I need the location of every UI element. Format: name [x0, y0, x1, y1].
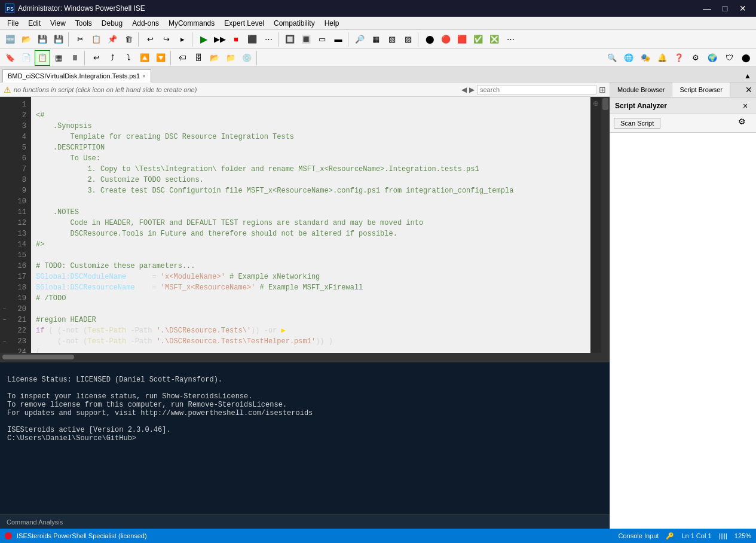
- scan-script-button[interactable]: Scan Script: [614, 118, 660, 129]
- tb-bp1[interactable]: ⬤: [422, 32, 437, 47]
- tab-module-browser[interactable]: Module Browser: [610, 83, 672, 97]
- tb2-5[interactable]: ⏸: [67, 50, 82, 66]
- right-panel-close[interactable]: ✕: [742, 83, 756, 97]
- scroll-thumb[interactable]: [2, 355, 74, 359]
- tb2-3[interactable]: 📋: [35, 50, 50, 66]
- tb2-2[interactable]: 📄: [19, 50, 34, 66]
- script-analyzer-close-button[interactable]: ×: [739, 101, 751, 111]
- tb2-8[interactable]: ⤵: [121, 50, 136, 66]
- tb-dbg3[interactable]: ▭: [314, 32, 330, 47]
- tb2-r8[interactable]: 🛡: [721, 50, 737, 66]
- settings-gear-icon[interactable]: ⚙: [738, 117, 752, 130]
- function-icon: ⚠: [4, 85, 11, 94]
- tb-open[interactable]: 📂: [19, 32, 34, 47]
- editor-options-btn[interactable]: ⊞: [599, 85, 606, 94]
- tb-save2[interactable]: 💾: [51, 32, 66, 47]
- tb2-6[interactable]: ↩: [88, 50, 104, 66]
- tb2-14[interactable]: 📁: [223, 50, 238, 66]
- menu-mycommands[interactable]: MyCommands: [164, 17, 219, 30]
- console-input-icon[interactable]: 🔑: [666, 532, 674, 540]
- tb-bp3[interactable]: 🟥: [454, 32, 470, 47]
- menu-file[interactable]: File: [2, 17, 23, 30]
- horizontal-scrollbar[interactable]: [0, 353, 610, 361]
- tb-bp4[interactable]: ✅: [470, 32, 486, 47]
- console-input-label[interactable]: Console Input: [619, 532, 659, 540]
- menu-tools[interactable]: Tools: [71, 17, 97, 30]
- tb-zoom[interactable]: 🔎: [352, 32, 368, 47]
- status-indicator: [5, 532, 12, 539]
- vertical-scrollbar[interactable]: [601, 97, 610, 353]
- minimize-button[interactable]: —: [699, 0, 715, 17]
- menu-expertlevel[interactable]: Expert Level: [219, 17, 269, 30]
- sep3: [192, 32, 194, 47]
- tb-more[interactable]: ⋯: [261, 32, 276, 47]
- tb-clear[interactable]: 🗑: [121, 32, 136, 47]
- tb-redo2[interactable]: ▸: [175, 32, 190, 47]
- tb-bp5[interactable]: ❎: [486, 32, 502, 47]
- tb2-7[interactable]: ⤴: [105, 50, 120, 66]
- tb2-r5[interactable]: ❓: [671, 50, 687, 66]
- tb-save[interactable]: 💾: [35, 32, 50, 47]
- function-bar: ⚠ no functions in script (click icon on …: [0, 83, 610, 97]
- tb-runsel[interactable]: ▶▶: [212, 32, 228, 47]
- tb2-r7[interactable]: 🌍: [705, 50, 720, 66]
- sep6: [418, 32, 420, 47]
- tb-bp2[interactable]: 🔴: [438, 32, 454, 47]
- maximize-button[interactable]: □: [717, 0, 733, 17]
- tab-nav-button[interactable]: ▲: [742, 70, 754, 82]
- tb2-10[interactable]: 🔽: [153, 50, 169, 66]
- tb-pane2[interactable]: ▧: [384, 32, 400, 47]
- console-panel: License Status: LICENSED (Daniel Scott-R…: [0, 361, 610, 529]
- tb-cut[interactable]: ✂: [72, 32, 88, 47]
- svg-text:PS: PS: [7, 6, 14, 12]
- tab-close-button[interactable]: ×: [142, 73, 146, 80]
- tb2-r9[interactable]: ⬤: [738, 50, 754, 66]
- sep2: [138, 32, 140, 47]
- tb-run[interactable]: ▶: [196, 32, 212, 47]
- tb-stop[interactable]: ■: [228, 32, 244, 47]
- function-search-input[interactable]: [477, 85, 596, 94]
- tb-dbg2[interactable]: 🔳: [298, 32, 314, 47]
- tb-more2[interactable]: ⋯: [503, 32, 518, 47]
- tb-paste[interactable]: 📌: [105, 32, 120, 47]
- tb2-13[interactable]: 📂: [207, 50, 222, 66]
- tb2-r3[interactable]: 🎭: [638, 50, 653, 66]
- tb2-r2[interactable]: 🌐: [621, 50, 636, 66]
- tb-pane[interactable]: ▦: [368, 32, 384, 47]
- margin-button[interactable]: ⊕: [590, 97, 601, 353]
- tb2-4[interactable]: ▦: [51, 50, 66, 66]
- tb-dbg4[interactable]: ▬: [330, 32, 346, 47]
- code-editor[interactable]: <# .Synopsis Template for creating DSC R…: [31, 97, 590, 353]
- tb-stop2[interactable]: ⬛: [244, 32, 260, 47]
- menu-help[interactable]: Help: [320, 17, 344, 30]
- tb2-9[interactable]: 🔼: [137, 50, 152, 66]
- tb-pane3[interactable]: ▨: [400, 32, 416, 47]
- console-output[interactable]: License Status: LICENSED (Daniel Scott-R…: [0, 362, 610, 514]
- menu-edit[interactable]: Edit: [23, 17, 45, 30]
- tab-script-browser[interactable]: Script Browser: [672, 83, 730, 97]
- tb2-r6[interactable]: ⚙: [688, 50, 703, 66]
- close-button[interactable]: ✕: [734, 0, 751, 17]
- tb-copy[interactable]: 📋: [88, 32, 104, 47]
- window-controls: — □ ✕: [699, 0, 751, 17]
- tb-dbg1[interactable]: 🔲: [282, 32, 298, 47]
- bottom-tab-command-analysis[interactable]: Command Analysis: [0, 517, 69, 527]
- tb-undo[interactable]: ↩: [142, 32, 158, 47]
- tb2-1[interactable]: 🔖: [2, 50, 18, 66]
- tb2-11[interactable]: 🏷: [175, 50, 190, 66]
- tb-redo[interactable]: ↪: [158, 32, 174, 47]
- tb2-r1[interactable]: 🔍: [604, 50, 620, 66]
- bottom-tabs: Command Analysis: [0, 514, 610, 529]
- menu-compatibility[interactable]: Compatibility: [269, 17, 320, 30]
- menu-debug[interactable]: Debug: [97, 17, 127, 30]
- tb2-12[interactable]: 🗄: [191, 50, 206, 66]
- nav-left[interactable]: ◀: [461, 86, 467, 94]
- nav-right[interactable]: ▶: [469, 86, 475, 94]
- menu-view[interactable]: View: [45, 17, 71, 30]
- tb2-r4[interactable]: 🔔: [654, 50, 670, 66]
- tb-new[interactable]: 🆕: [2, 32, 18, 47]
- menu-addons[interactable]: Add-ons: [127, 17, 164, 30]
- zoom-level: 125%: [734, 532, 751, 540]
- tab-active[interactable]: BMD_ciSCSIVirtualDisk.Integration.Tests.…: [2, 69, 151, 83]
- tb2-15[interactable]: 💿: [239, 50, 255, 66]
